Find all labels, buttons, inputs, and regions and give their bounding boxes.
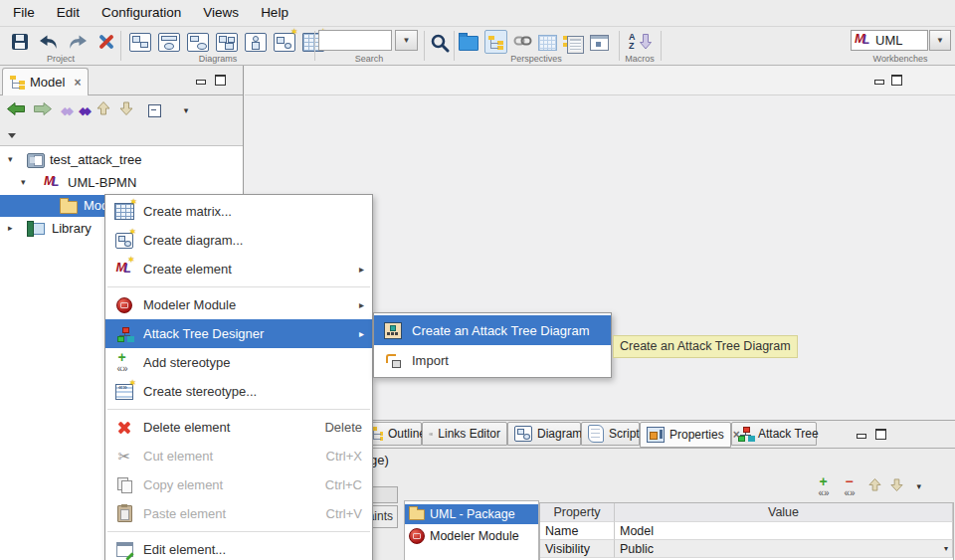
menu-help[interactable]: Help [250, 0, 299, 26]
diagram-new-icon: ✶ [115, 233, 133, 249]
filter-dropdown-icon[interactable] [8, 133, 16, 138]
navigate-references-button[interactable]: ◆◆ [79, 105, 88, 116]
links-icon [429, 429, 433, 440]
tree-item-label: UML-BPMN [68, 175, 136, 190]
menu-item-create-diagram[interactable]: ✶ Create diagram... [105, 226, 372, 255]
tree-item-uml-bpmn[interactable]: ▾ UML-BPMN [0, 172, 243, 194]
menu-item-copy-element[interactable]: Copy element Ctrl+C [105, 470, 372, 499]
diagram-overview-icon [590, 35, 609, 51]
sequence-diagram-icon [187, 33, 209, 52]
list-item-uml-package[interactable]: UML - Package [405, 504, 538, 524]
model-browser-toggle[interactable] [484, 30, 507, 54]
menu-item-add-stereotype[interactable]: Add stereotype [105, 348, 372, 377]
maximize-view-icon[interactable] [875, 429, 887, 440]
search-input[interactable] [318, 30, 392, 51]
move-up-button[interactable] [96, 101, 110, 119]
move-down-button[interactable] [890, 477, 903, 495]
menu-item-modeler-module[interactable]: Modeler Module ▸ [105, 290, 372, 319]
modeler-module-icon [409, 528, 425, 544]
tab-properties[interactable]: Properties × [640, 422, 731, 448]
create-new-diagram-button[interactable]: ✶ [272, 30, 296, 55]
submenu-item-import[interactable]: Import [374, 345, 611, 375]
create-usecase-diagram-button[interactable] [156, 30, 181, 55]
modelio-logo-icon [44, 175, 61, 190]
create-class-diagram-button[interactable] [127, 30, 152, 55]
menu-file[interactable]: File [2, 0, 46, 26]
expander-icon[interactable]: ▾ [8, 154, 13, 164]
view-menu-button[interactable]: ▾ [184, 105, 189, 115]
menu-separator [105, 528, 372, 535]
chevron-down-icon[interactable]: ▾ [944, 540, 948, 558]
menu-edit[interactable]: Edit [46, 0, 91, 26]
minimize-view-icon[interactable] [873, 75, 885, 86]
menu-item-create-element[interactable]: ✶ Create element ▸ [105, 255, 372, 283]
workbench-dropdown-button[interactable]: ▼ [929, 30, 951, 51]
minimize-view-icon[interactable] [856, 429, 867, 440]
maximize-view-icon[interactable] [215, 75, 227, 86]
menu-bar: File Edit Configuration Views Help [0, 0, 955, 27]
grid-view-button[interactable] [538, 33, 557, 51]
diagrams-icon [514, 426, 532, 442]
close-tab-icon[interactable]: × [733, 430, 740, 440]
close-tab-icon[interactable]: × [74, 78, 81, 88]
menu-configuration[interactable]: Configuration [91, 0, 192, 26]
view-menu-button[interactable]: ▾ [916, 481, 921, 491]
tab-model[interactable]: Model × [2, 68, 89, 95]
tab-attack-tree[interactable]: Attack Tree [731, 422, 817, 446]
create-sequence-diagram-button[interactable] [185, 30, 210, 55]
tab-diagrams[interactable]: Diagrams [507, 422, 581, 446]
minimize-view-icon[interactable] [195, 75, 207, 86]
search-button[interactable] [427, 30, 452, 55]
list-item-modeler-module[interactable]: Modeler Module [405, 526, 538, 546]
menu-separator [105, 283, 372, 290]
modelio-window: File Edit Configuration Views Help Proje… [0, 0, 955, 560]
save-button[interactable] [7, 30, 32, 55]
menu-item-cut-element[interactable]: ✂ Cut element Ctrl+X [105, 442, 372, 470]
menu-item-create-stereotype[interactable]: ✶ Create stereotype... [105, 377, 372, 406]
toolbar-group-diagrams: ✶ ✶ Diagrams [124, 27, 311, 65]
tab-script[interactable]: Script [581, 422, 640, 446]
tree-item-project[interactable]: ▾ test_attack_tree [0, 149, 243, 171]
paste-icon [117, 505, 132, 522]
links-view-button[interactable] [513, 33, 532, 51]
create-actor-diagram-button[interactable] [243, 30, 268, 55]
sort-macro-button[interactable]: A Z [628, 32, 652, 51]
add-stereotype-button[interactable] [817, 477, 834, 495]
browser-form-button[interactable] [563, 33, 584, 51]
menu-views[interactable]: Views [192, 0, 250, 26]
submenu-item-create-attack-tree-diagram[interactable]: Create an Attack Tree Diagram [374, 315, 611, 345]
menu-item-paste-element[interactable]: Paste element Ctrl+V [105, 499, 372, 528]
workbench-select[interactable]: UML [851, 30, 928, 51]
value-cell[interactable]: Public▾ [615, 540, 953, 558]
menu-item-create-matrix[interactable]: ✶ Create matrix... [105, 197, 372, 226]
menu-item-delete-element[interactable]: Delete element Delete [105, 413, 372, 442]
move-up-button[interactable] [868, 477, 881, 495]
expander-icon[interactable]: ▾ [21, 177, 26, 187]
chevron-down-icon: ▼ [936, 36, 944, 45]
menu-item-attack-tree-designer[interactable]: Attack Tree Designer ▸ [105, 319, 372, 348]
create-state-diagram-button[interactable] [214, 30, 239, 55]
matrix-new-icon: ✶ [114, 203, 134, 220]
maximize-view-icon[interactable] [891, 75, 903, 86]
undo-button[interactable] [36, 30, 61, 55]
chevron-down-icon: ▼ [403, 36, 411, 45]
state-diagram-icon [216, 33, 238, 52]
remove-stereotype-button[interactable] [843, 477, 860, 495]
menu-item-label: Paste element [143, 506, 310, 521]
navigate-back-button[interactable] [7, 101, 25, 119]
toolbar-separator [454, 31, 455, 61]
move-down-button[interactable] [119, 101, 133, 119]
expander-icon[interactable]: ▸ [8, 223, 13, 233]
menu-item-edit-element[interactable]: Edit element... [105, 535, 372, 560]
toolbar-group-macros: A Z Macros [621, 27, 659, 65]
value-cell[interactable]: Model [615, 522, 953, 540]
configure-tools-button[interactable] [94, 30, 118, 55]
navigate-forward-button[interactable] [34, 101, 52, 119]
tab-links-editor[interactable]: Links Editor [422, 422, 507, 446]
diagram-overview-button[interactable] [590, 33, 609, 51]
related-elements-button[interactable]: ◆◆ [61, 105, 70, 116]
open-project-button[interactable] [459, 33, 478, 52]
search-history-dropdown[interactable]: ▼ [395, 30, 418, 51]
collapse-all-button[interactable] [148, 101, 161, 119]
redo-button[interactable] [65, 30, 90, 55]
